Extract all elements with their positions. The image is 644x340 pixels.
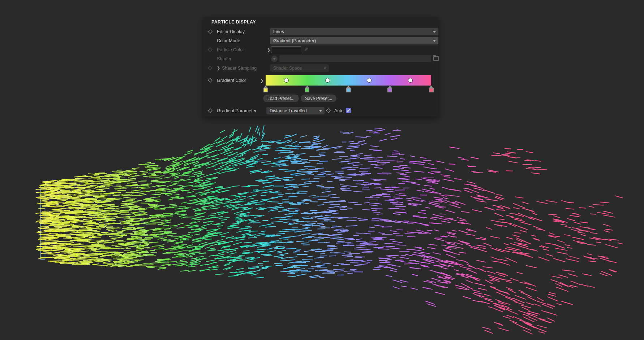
editor-display-value: Lines <box>273 29 284 34</box>
shader-path-field <box>279 55 431 62</box>
auto-label: Auto <box>334 108 344 113</box>
chevron-down-icon <box>319 110 322 112</box>
editor-display-label: Editor Display <box>217 29 245 34</box>
row-color-mode: Color Mode Gradient (Parameter) <box>207 37 435 44</box>
gradient-stop-marker[interactable] <box>387 86 392 92</box>
gradient-parameter-value: Distance Travelled <box>270 108 307 113</box>
shader-sampling-select: Shader Space <box>270 64 329 72</box>
eyedropper-icon: ✎ <box>304 47 308 52</box>
keyframe-diamond-icon[interactable] <box>207 30 213 33</box>
particle-color-label: Particle Color <box>217 47 244 52</box>
auto-checkbox[interactable] <box>346 108 351 113</box>
color-mode-select[interactable]: Gradient (Parameter) <box>270 37 438 44</box>
particle-display-panel: PARTICLE DISPLAY Editor Display Lines Co… <box>203 18 438 117</box>
load-preset-button[interactable]: Load Preset... <box>263 95 299 102</box>
chevron-down-icon <box>433 40 436 42</box>
row-shader: Shader <box>207 55 435 62</box>
save-preset-button[interactable]: Save Preset... <box>301 95 336 102</box>
stop-color-swatch <box>263 88 268 92</box>
keyframe-diamond-icon[interactable] <box>207 109 213 112</box>
panel-title: PARTICLE DISPLAY <box>211 19 256 25</box>
chevron-down-icon <box>323 67 326 69</box>
gradient-stop-marker[interactable] <box>429 86 434 92</box>
gradient-midpoint-knot[interactable] <box>284 78 288 82</box>
row-shader-sampling: ❯ Shader Sampling Shader Space <box>207 64 435 72</box>
chevron-right-icon: ❯ <box>267 47 270 52</box>
keyframe-diamond-icon[interactable] <box>207 79 213 82</box>
stop-color-swatch <box>346 88 351 92</box>
chevron-down-icon <box>433 31 436 33</box>
chevron-down-icon <box>273 58 276 60</box>
color-mode-value: Gradient (Parameter) <box>273 38 316 43</box>
expand-chevron-icon: ❯ <box>217 66 220 70</box>
row-particle-color: Particle Color ❯ ✎ <box>207 46 435 53</box>
check-icon <box>347 109 350 112</box>
gradient-parameter-select[interactable]: Distance Travelled <box>266 107 325 114</box>
editor-display-select[interactable]: Lines <box>270 28 438 35</box>
row-gradient-parameter: Gradient Parameter Distance Travelled Au… <box>207 107 435 114</box>
shader-sampling-label: Shader Sampling <box>222 66 257 71</box>
gradient-midpoint-knot[interactable] <box>367 78 371 82</box>
shader-dropdown-button <box>271 56 278 62</box>
particle-color-swatch <box>271 46 301 53</box>
gradient-stop-marker[interactable] <box>346 86 351 92</box>
gradient-stop-marker[interactable] <box>304 86 310 92</box>
chevron-right-icon: ❯ <box>260 78 263 83</box>
keyframe-diamond-icon <box>207 48 213 51</box>
stop-color-swatch <box>305 88 309 92</box>
gradient-stop-marker[interactable] <box>263 86 269 92</box>
shader-label: Shader <box>217 56 231 61</box>
color-mode-label: Color Mode <box>217 38 240 43</box>
stop-color-swatch <box>387 88 392 92</box>
row-editor-display: Editor Display Lines <box>207 28 435 35</box>
gradient-parameter-label: Gradient Parameter <box>217 108 257 113</box>
gradient-color-bar[interactable] <box>266 75 431 86</box>
keyframe-diamond-icon[interactable] <box>325 109 331 112</box>
keyframe-diamond-icon <box>207 66 213 70</box>
folder-browse-icon <box>433 56 439 61</box>
stop-color-swatch <box>429 88 434 92</box>
gradient-color-label: Gradient Color <box>217 78 246 83</box>
shader-sampling-value: Shader Space <box>273 66 302 71</box>
